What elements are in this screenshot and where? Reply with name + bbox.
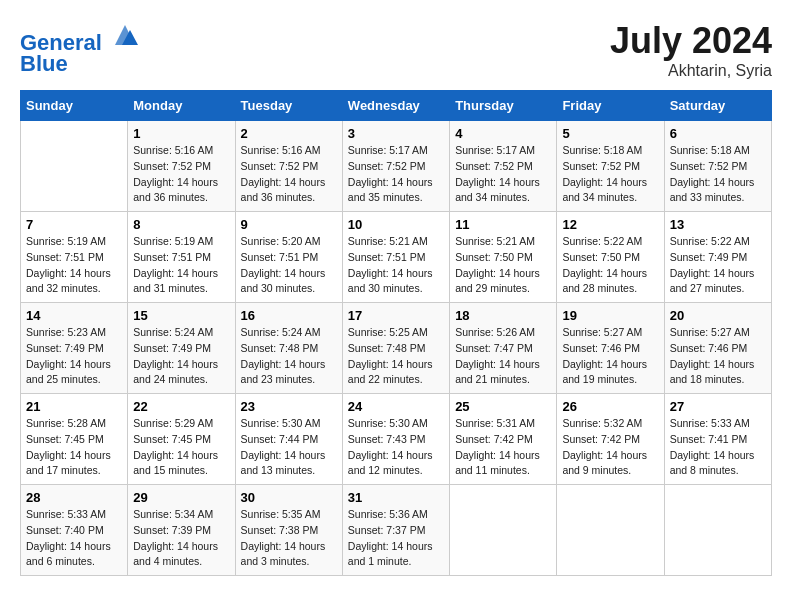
- week-row-5: 28Sunrise: 5:33 AMSunset: 7:40 PMDayligh…: [21, 485, 772, 576]
- column-header-monday: Monday: [128, 91, 235, 121]
- day-number: 17: [348, 308, 444, 323]
- cell-info: Sunrise: 5:16 AMSunset: 7:52 PMDaylight:…: [241, 143, 337, 206]
- day-cell: 19Sunrise: 5:27 AMSunset: 7:46 PMDayligh…: [557, 303, 664, 394]
- day-cell: 20Sunrise: 5:27 AMSunset: 7:46 PMDayligh…: [664, 303, 771, 394]
- week-row-2: 7Sunrise: 5:19 AMSunset: 7:51 PMDaylight…: [21, 212, 772, 303]
- cell-info: Sunrise: 5:19 AMSunset: 7:51 PMDaylight:…: [133, 234, 229, 297]
- cell-info: Sunrise: 5:24 AMSunset: 7:49 PMDaylight:…: [133, 325, 229, 388]
- cell-info: Sunrise: 5:16 AMSunset: 7:52 PMDaylight:…: [133, 143, 229, 206]
- day-cell: 31Sunrise: 5:36 AMSunset: 7:37 PMDayligh…: [342, 485, 449, 576]
- day-cell: 8Sunrise: 5:19 AMSunset: 7:51 PMDaylight…: [128, 212, 235, 303]
- cell-info: Sunrise: 5:20 AMSunset: 7:51 PMDaylight:…: [241, 234, 337, 297]
- cell-info: Sunrise: 5:32 AMSunset: 7:42 PMDaylight:…: [562, 416, 658, 479]
- cell-info: Sunrise: 5:27 AMSunset: 7:46 PMDaylight:…: [562, 325, 658, 388]
- cell-info: Sunrise: 5:33 AMSunset: 7:41 PMDaylight:…: [670, 416, 766, 479]
- day-number: 13: [670, 217, 766, 232]
- day-number: 21: [26, 399, 122, 414]
- day-cell: [21, 121, 128, 212]
- day-cell: 29Sunrise: 5:34 AMSunset: 7:39 PMDayligh…: [128, 485, 235, 576]
- day-number: 12: [562, 217, 658, 232]
- day-number: 29: [133, 490, 229, 505]
- day-cell: 21Sunrise: 5:28 AMSunset: 7:45 PMDayligh…: [21, 394, 128, 485]
- cell-info: Sunrise: 5:31 AMSunset: 7:42 PMDaylight:…: [455, 416, 551, 479]
- day-cell: 13Sunrise: 5:22 AMSunset: 7:49 PMDayligh…: [664, 212, 771, 303]
- calendar-table: SundayMondayTuesdayWednesdayThursdayFrid…: [20, 90, 772, 576]
- logo: General Blue: [20, 20, 140, 77]
- day-number: 7: [26, 217, 122, 232]
- day-cell: 26Sunrise: 5:32 AMSunset: 7:42 PMDayligh…: [557, 394, 664, 485]
- day-cell: 4Sunrise: 5:17 AMSunset: 7:52 PMDaylight…: [450, 121, 557, 212]
- day-number: 16: [241, 308, 337, 323]
- day-number: 8: [133, 217, 229, 232]
- day-number: 23: [241, 399, 337, 414]
- day-number: 30: [241, 490, 337, 505]
- day-number: 22: [133, 399, 229, 414]
- day-cell: 11Sunrise: 5:21 AMSunset: 7:50 PMDayligh…: [450, 212, 557, 303]
- day-number: 20: [670, 308, 766, 323]
- cell-info: Sunrise: 5:35 AMSunset: 7:38 PMDaylight:…: [241, 507, 337, 570]
- header-row: SundayMondayTuesdayWednesdayThursdayFrid…: [21, 91, 772, 121]
- day-number: 3: [348, 126, 444, 141]
- cell-info: Sunrise: 5:18 AMSunset: 7:52 PMDaylight:…: [670, 143, 766, 206]
- cell-info: Sunrise: 5:34 AMSunset: 7:39 PMDaylight:…: [133, 507, 229, 570]
- day-number: 6: [670, 126, 766, 141]
- column-header-thursday: Thursday: [450, 91, 557, 121]
- day-cell: 3Sunrise: 5:17 AMSunset: 7:52 PMDaylight…: [342, 121, 449, 212]
- cell-info: Sunrise: 5:28 AMSunset: 7:45 PMDaylight:…: [26, 416, 122, 479]
- cell-info: Sunrise: 5:25 AMSunset: 7:48 PMDaylight:…: [348, 325, 444, 388]
- cell-info: Sunrise: 5:30 AMSunset: 7:43 PMDaylight:…: [348, 416, 444, 479]
- logo-text: General: [20, 20, 140, 55]
- day-number: 24: [348, 399, 444, 414]
- day-number: 25: [455, 399, 551, 414]
- day-number: 11: [455, 217, 551, 232]
- cell-info: Sunrise: 5:23 AMSunset: 7:49 PMDaylight:…: [26, 325, 122, 388]
- cell-info: Sunrise: 5:19 AMSunset: 7:51 PMDaylight:…: [26, 234, 122, 297]
- day-cell: 15Sunrise: 5:24 AMSunset: 7:49 PMDayligh…: [128, 303, 235, 394]
- column-header-wednesday: Wednesday: [342, 91, 449, 121]
- cell-info: Sunrise: 5:29 AMSunset: 7:45 PMDaylight:…: [133, 416, 229, 479]
- cell-info: Sunrise: 5:17 AMSunset: 7:52 PMDaylight:…: [455, 143, 551, 206]
- day-cell: 12Sunrise: 5:22 AMSunset: 7:50 PMDayligh…: [557, 212, 664, 303]
- day-cell: 30Sunrise: 5:35 AMSunset: 7:38 PMDayligh…: [235, 485, 342, 576]
- week-row-4: 21Sunrise: 5:28 AMSunset: 7:45 PMDayligh…: [21, 394, 772, 485]
- cell-info: Sunrise: 5:26 AMSunset: 7:47 PMDaylight:…: [455, 325, 551, 388]
- day-cell: 14Sunrise: 5:23 AMSunset: 7:49 PMDayligh…: [21, 303, 128, 394]
- cell-info: Sunrise: 5:21 AMSunset: 7:50 PMDaylight:…: [455, 234, 551, 297]
- main-title: July 2024: [610, 20, 772, 62]
- day-cell: 25Sunrise: 5:31 AMSunset: 7:42 PMDayligh…: [450, 394, 557, 485]
- day-cell: 27Sunrise: 5:33 AMSunset: 7:41 PMDayligh…: [664, 394, 771, 485]
- day-cell: 7Sunrise: 5:19 AMSunset: 7:51 PMDaylight…: [21, 212, 128, 303]
- day-cell: 6Sunrise: 5:18 AMSunset: 7:52 PMDaylight…: [664, 121, 771, 212]
- column-header-sunday: Sunday: [21, 91, 128, 121]
- title-block: July 2024 Akhtarin, Syria: [610, 20, 772, 80]
- day-cell: 2Sunrise: 5:16 AMSunset: 7:52 PMDaylight…: [235, 121, 342, 212]
- day-number: 18: [455, 308, 551, 323]
- page-header: General Blue July 2024 Akhtarin, Syria: [20, 20, 772, 80]
- cell-info: Sunrise: 5:36 AMSunset: 7:37 PMDaylight:…: [348, 507, 444, 570]
- column-header-tuesday: Tuesday: [235, 91, 342, 121]
- day-cell: [664, 485, 771, 576]
- column-header-friday: Friday: [557, 91, 664, 121]
- cell-info: Sunrise: 5:22 AMSunset: 7:49 PMDaylight:…: [670, 234, 766, 297]
- day-number: 28: [26, 490, 122, 505]
- day-number: 4: [455, 126, 551, 141]
- day-cell: [450, 485, 557, 576]
- day-cell: 24Sunrise: 5:30 AMSunset: 7:43 PMDayligh…: [342, 394, 449, 485]
- day-cell: [557, 485, 664, 576]
- cell-info: Sunrise: 5:18 AMSunset: 7:52 PMDaylight:…: [562, 143, 658, 206]
- day-cell: 16Sunrise: 5:24 AMSunset: 7:48 PMDayligh…: [235, 303, 342, 394]
- cell-info: Sunrise: 5:24 AMSunset: 7:48 PMDaylight:…: [241, 325, 337, 388]
- day-cell: 23Sunrise: 5:30 AMSunset: 7:44 PMDayligh…: [235, 394, 342, 485]
- cell-info: Sunrise: 5:30 AMSunset: 7:44 PMDaylight:…: [241, 416, 337, 479]
- day-number: 14: [26, 308, 122, 323]
- day-number: 31: [348, 490, 444, 505]
- day-number: 27: [670, 399, 766, 414]
- cell-info: Sunrise: 5:27 AMSunset: 7:46 PMDaylight:…: [670, 325, 766, 388]
- day-number: 9: [241, 217, 337, 232]
- day-number: 15: [133, 308, 229, 323]
- cell-info: Sunrise: 5:21 AMSunset: 7:51 PMDaylight:…: [348, 234, 444, 297]
- day-number: 10: [348, 217, 444, 232]
- day-number: 26: [562, 399, 658, 414]
- cell-info: Sunrise: 5:33 AMSunset: 7:40 PMDaylight:…: [26, 507, 122, 570]
- day-number: 19: [562, 308, 658, 323]
